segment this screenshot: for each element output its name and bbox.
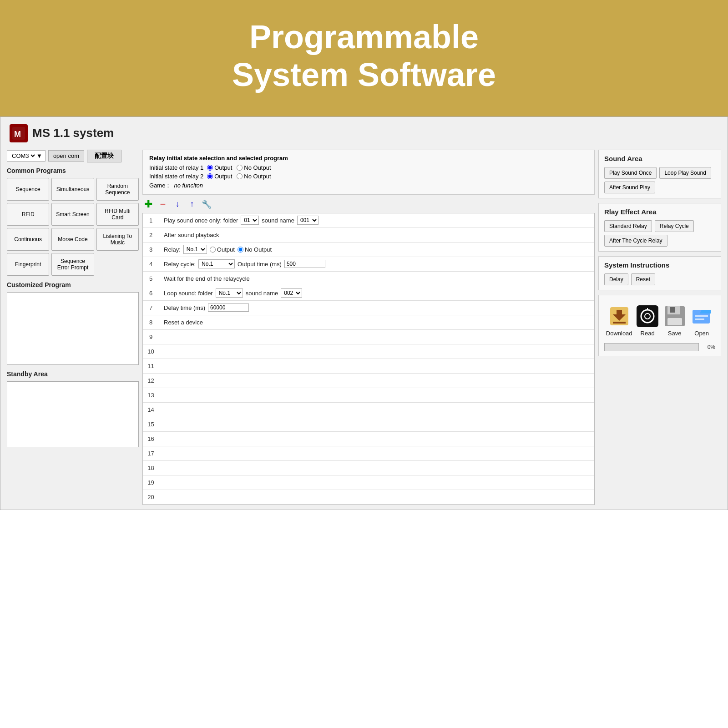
loop-play-sound-button[interactable]: Loop Play Sound	[659, 167, 711, 179]
com-dropdown[interactable]: COM3	[10, 152, 36, 160]
btn-rfid[interactable]: RFID	[7, 203, 49, 226]
table-row: 11	[143, 359, 594, 374]
config-button[interactable]: 配置块	[87, 150, 121, 162]
title-bar: M MS 1.1 system	[5, 121, 723, 145]
table-row: 13	[143, 388, 594, 403]
common-programs-title: Common Programs	[7, 167, 139, 174]
row3-output-radio[interactable]	[210, 247, 216, 253]
reset-button[interactable]: Reset	[631, 273, 655, 285]
relay-effect-area: Rlay Effect Area Standard Relay Relay Cy…	[598, 203, 721, 252]
row1-folder-select[interactable]: 01	[241, 216, 259, 225]
program-grid: Sequence Simultaneous Random Sequence RF…	[7, 178, 139, 276]
standby-box[interactable]	[7, 381, 139, 447]
after-cycle-relay-button[interactable]: After The Cycle Relay	[604, 235, 667, 247]
customized-title: Customized Program	[7, 281, 139, 288]
row5-text: Wait for the end of the relaycycle	[164, 275, 250, 282]
game-value: no funciton	[174, 182, 203, 189]
game-row: Game： no funciton	[149, 182, 588, 190]
relay-effect-title: Rlay Effect Area	[604, 208, 715, 216]
read-label: Read	[641, 330, 655, 337]
row1-sound-select[interactable]: 001	[297, 216, 318, 225]
delay-button[interactable]: Delay	[604, 273, 628, 285]
row4-text: Relay cycle:	[164, 261, 196, 268]
toolbar: ✚ − ↓ ↑ 🔧	[142, 198, 595, 210]
save-label: Save	[668, 330, 682, 337]
row7-delay-input[interactable]	[208, 303, 249, 312]
relay-cycle-button[interactable]: Relay Cycle	[655, 220, 694, 232]
relay2-output-radio[interactable]	[207, 173, 213, 179]
relay1-output-radio[interactable]	[207, 165, 213, 171]
download-button[interactable]: Download	[606, 304, 632, 337]
com-select[interactable]: COM3 ▼	[7, 150, 46, 162]
middle-panel: Relay initial state selection and select…	[142, 150, 595, 505]
sound-area-title: Sound Area	[604, 155, 715, 162]
save-button[interactable]: Save	[663, 304, 687, 337]
table-row: 18	[143, 461, 594, 475]
relay2-output-label: Output	[207, 173, 232, 180]
row4-time-input[interactable]	[284, 260, 325, 268]
btn-smart-screen[interactable]: Smart Screen	[51, 203, 94, 226]
row1-text: Play sound once only: folder	[164, 217, 238, 224]
customized-section: Customized Program	[7, 281, 139, 365]
open-button[interactable]: Open	[690, 304, 713, 337]
tool-button[interactable]: 🔧	[201, 198, 212, 210]
standard-relay-button[interactable]: Standard Relay	[604, 220, 652, 232]
action-buttons: Download Read	[604, 300, 715, 341]
standby-section: Standby Area	[7, 370, 139, 447]
btn-morse-code[interactable]: Morse Code	[51, 228, 94, 251]
table-row: 16	[143, 432, 594, 446]
table-row: 1 Play sound once only: folder 01 sound …	[143, 213, 594, 228]
after-sound-play-button[interactable]: After Sound Play	[604, 182, 655, 193]
open-com-button[interactable]: open com	[48, 150, 84, 162]
row7-text: Delay time (ms)	[164, 304, 205, 311]
move-down-button[interactable]: ↓	[172, 198, 183, 210]
table-row: 14	[143, 403, 594, 417]
row3-nooutput-radio[interactable]	[238, 247, 243, 253]
svg-text:M: M	[14, 130, 21, 139]
table-row: 8 Reset a device	[143, 315, 594, 330]
download-icon	[607, 304, 631, 328]
row6-text: Loop sound: folder	[164, 290, 213, 297]
header-banner: Programmable System Software	[0, 0, 728, 116]
row4-relay-select[interactable]: No.1	[198, 259, 235, 268]
right-panel: Sound Area Play Sound Once Loop Play Sou…	[598, 150, 721, 505]
btn-simultaneous[interactable]: Simultaneous	[51, 178, 94, 201]
standby-title: Standby Area	[7, 370, 139, 378]
row3-relay-select[interactable]: No.1	[183, 245, 207, 254]
sound-area-buttons: Play Sound Once Loop Play Sound After So…	[604, 167, 715, 193]
btn-listening-music[interactable]: Listening To Music	[96, 228, 139, 251]
program-table: 1 Play sound once only: folder 01 sound …	[142, 213, 595, 505]
move-up-button[interactable]: ↑	[186, 198, 198, 210]
system-instructions-buttons: Delay Reset	[604, 273, 715, 285]
app-title: MS 1.1 system	[32, 126, 114, 140]
customized-box[interactable]	[7, 292, 139, 365]
table-row: 6 Loop sound: folder No.1 sound name 002	[143, 286, 594, 301]
btn-sequence-error[interactable]: Sequence Error Prompt	[51, 253, 94, 276]
remove-button[interactable]: −	[157, 198, 169, 210]
relay2-row: Initial state of relay 2 Output No Outpu…	[149, 173, 588, 180]
play-sound-once-button[interactable]: Play Sound Once	[604, 167, 657, 179]
relay1-nooutput-radio[interactable]	[237, 165, 243, 171]
relay2-nooutput-radio[interactable]	[237, 173, 243, 179]
system-instructions: System Instructions Delay Reset	[598, 256, 721, 290]
row4-output-time: Output time (ms)	[238, 261, 282, 268]
progress-label: 0%	[702, 344, 715, 350]
sound-area: Sound Area Play Sound Once Loop Play Sou…	[598, 150, 721, 198]
action-buttons-area: Download Read	[598, 295, 721, 356]
row6-folder-select[interactable]: No.1	[216, 288, 243, 298]
table-row: 17	[143, 446, 594, 461]
btn-continuous[interactable]: Continuous	[7, 228, 49, 251]
read-button[interactable]: Read	[636, 304, 659, 337]
add-button[interactable]: ✚	[142, 198, 154, 210]
btn-random-sequence[interactable]: Random Sequence	[96, 178, 139, 201]
app-logo: M	[10, 124, 28, 142]
relay-config-title: Relay initial state selection and select…	[149, 155, 588, 162]
relay-config: Relay initial state selection and select…	[142, 150, 595, 195]
com-dropdown-arrow: ▼	[36, 152, 42, 159]
btn-sequence[interactable]: Sequence	[7, 178, 49, 201]
btn-fingerprint[interactable]: Fingerprint	[7, 253, 49, 276]
row6-sound-select[interactable]: 002	[281, 288, 302, 298]
table-row: 2 After sound playback	[143, 228, 594, 243]
relay2-label: Initial state of relay 2	[149, 173, 203, 180]
btn-rfid-multi[interactable]: RFID Multi Card	[96, 203, 139, 226]
